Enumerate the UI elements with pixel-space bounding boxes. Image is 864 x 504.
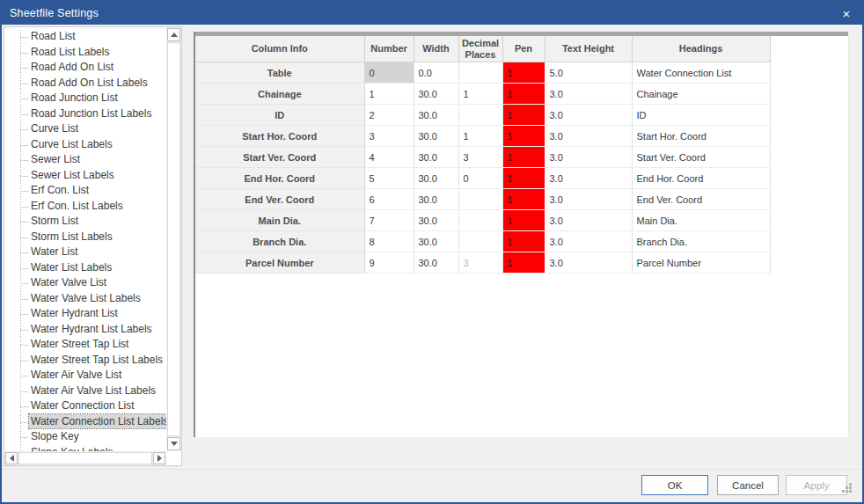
cell-text-height[interactable]: 3.0	[545, 126, 632, 147]
cell-width[interactable]: 30.0	[414, 231, 458, 252]
cell-heading[interactable]: ID	[632, 105, 770, 126]
cell-number[interactable]: 5	[364, 168, 414, 189]
cell-text-height[interactable]: 3.0	[545, 252, 632, 274]
cell-text-height[interactable]: 3.0	[545, 168, 632, 189]
cell-heading[interactable]: Start Hor. Coord	[632, 126, 770, 147]
tree-item[interactable]: Water Hydrant List Labels	[5, 322, 166, 338]
tree-item[interactable]: Erf Con. List Labels	[5, 199, 166, 215]
cell-pen[interactable]: 1	[502, 168, 545, 189]
cell-decimal-places[interactable]: 1	[458, 84, 502, 105]
tree-item[interactable]: Water List Labels	[5, 260, 166, 276]
tree-item[interactable]: Water Street Tap List Labels	[5, 353, 166, 369]
cell-width[interactable]: 30.0	[414, 210, 458, 231]
cell-text-height[interactable]: 3.0	[545, 147, 632, 168]
scroll-up-button[interactable]	[167, 28, 180, 41]
cell-decimal-places[interactable]	[458, 189, 502, 210]
close-button[interactable]: ×	[831, 2, 862, 25]
tree-item[interactable]: Storm List Labels	[5, 230, 166, 245]
cell-text-height[interactable]: 3.0	[545, 189, 632, 210]
apply-button[interactable]: Apply	[786, 475, 847, 495]
cell-width[interactable]: 30.0	[414, 189, 458, 210]
cell-decimal-places[interactable]: 3	[458, 147, 502, 168]
cell-decimal-places[interactable]	[458, 105, 502, 126]
cell-heading[interactable]: Chainage	[632, 84, 770, 105]
cell-decimal-places[interactable]: 1	[458, 126, 502, 147]
cell-pen[interactable]: 1	[502, 84, 545, 105]
cell-decimal-places[interactable]: 3	[458, 252, 502, 274]
cell-text-height[interactable]: 3.0	[545, 105, 632, 126]
cell-number[interactable]: 4	[364, 147, 414, 168]
ok-button[interactable]: OK	[641, 475, 708, 495]
cell-number[interactable]: 1	[364, 84, 414, 105]
tree-vertical-scrollbar[interactable]	[166, 27, 181, 451]
tree-item[interactable]: Water Valve List Labels	[5, 291, 166, 307]
cell-pen[interactable]: 1	[502, 252, 545, 274]
cell-width[interactable]: 30.0	[414, 252, 458, 274]
cell-decimal-places[interactable]	[458, 62, 502, 84]
cell-pen[interactable]: 1	[502, 210, 545, 231]
cell-decimal-places[interactable]: 0	[458, 168, 502, 189]
cell-pen[interactable]: 1	[502, 147, 545, 168]
tree-item[interactable]: Water Street Tap List	[5, 337, 166, 353]
tree-item[interactable]: Road Junction List	[5, 91, 166, 106]
cell-heading[interactable]: Main Dia.	[632, 210, 770, 231]
scroll-down-button[interactable]	[167, 437, 180, 450]
cancel-button[interactable]: Cancel	[717, 475, 779, 495]
cell-width[interactable]: 30.0	[414, 84, 458, 105]
cell-width[interactable]: 30.0	[414, 126, 458, 147]
cell-width[interactable]: 0.0	[414, 62, 458, 84]
cell-number[interactable]: 6	[364, 189, 414, 210]
tree-item[interactable]: Slope Key	[5, 429, 166, 445]
tree-item[interactable]: Road Add On List	[5, 60, 166, 76]
tree-item[interactable]: Road Add On List Labels	[5, 76, 166, 91]
cell-heading[interactable]: End Ver. Coord	[632, 189, 770, 210]
cell-pen[interactable]: 1	[502, 231, 545, 252]
tree-item[interactable]: Slope Key Labels	[5, 445, 166, 452]
tree-item[interactable]: Sewer List Labels	[5, 168, 166, 184]
cell-number[interactable]: 3	[364, 126, 414, 147]
cell-pen[interactable]: 1	[502, 105, 545, 126]
tree-item[interactable]: Water Connection List Labels	[5, 414, 166, 430]
tree-item[interactable]: Road Junction List Labels	[5, 106, 166, 122]
tree-item[interactable]: Road List	[5, 29, 166, 45]
cell-number[interactable]: 2	[364, 105, 414, 126]
cell-decimal-places[interactable]	[458, 231, 502, 252]
cell-pen[interactable]: 1	[502, 189, 545, 210]
tree-item[interactable]: Sewer List	[5, 152, 166, 168]
cell-heading[interactable]: Water Connection List	[632, 62, 770, 84]
cell-number[interactable]: 7	[364, 210, 414, 231]
cell-heading[interactable]: Parcel Number	[632, 252, 770, 274]
cell-heading[interactable]: Start Ver. Coord	[632, 147, 770, 168]
cell-pen[interactable]: 1	[502, 126, 545, 147]
cell-text-height[interactable]: 3.0	[545, 210, 632, 231]
cell-width[interactable]: 30.0	[414, 147, 458, 168]
tree-item[interactable]: Water Hydrant List	[5, 306, 166, 322]
cell-pen[interactable]: 1	[502, 62, 545, 84]
cell-number[interactable]: 8	[364, 231, 414, 252]
cell-width[interactable]: 30.0	[414, 105, 458, 126]
scroll-right-button[interactable]	[153, 452, 165, 464]
scroll-left-button[interactable]	[5, 452, 18, 464]
tree-item[interactable]: Curve List Labels	[5, 137, 166, 153]
tree-item[interactable]: Storm List	[5, 214, 166, 230]
cell-width[interactable]: 30.0	[414, 168, 458, 189]
cell-heading[interactable]: Branch Dia.	[632, 231, 770, 252]
horizontal-scroll-thumb[interactable]	[18, 452, 152, 464]
cell-text-height[interactable]: 5.0	[545, 62, 632, 84]
cell-heading[interactable]: End Hor. Coord	[632, 168, 770, 189]
tree-horizontal-scrollbar[interactable]	[4, 451, 166, 465]
tree-item[interactable]: Water Air Valve List	[5, 368, 166, 383]
tree-item[interactable]: Erf Con. List	[5, 183, 166, 199]
cell-decimal-places[interactable]	[458, 210, 502, 231]
tree-item[interactable]: Water Connection List	[5, 398, 166, 414]
tree-item[interactable]: Water Valve List	[5, 275, 166, 291]
tree-item[interactable]: Water List	[5, 245, 166, 260]
cell-number[interactable]: 0	[364, 62, 414, 84]
tree-item[interactable]: Curve List	[5, 121, 166, 137]
tree-item[interactable]: Water Air Valve List Labels	[5, 383, 166, 399]
cell-text-height[interactable]: 3.0	[545, 231, 632, 252]
cell-number[interactable]: 9	[364, 252, 414, 274]
resize-grip[interactable]	[849, 490, 852, 493]
cell-text-height[interactable]: 3.0	[545, 84, 632, 105]
tree-item[interactable]: Road List Labels	[5, 45, 166, 61]
